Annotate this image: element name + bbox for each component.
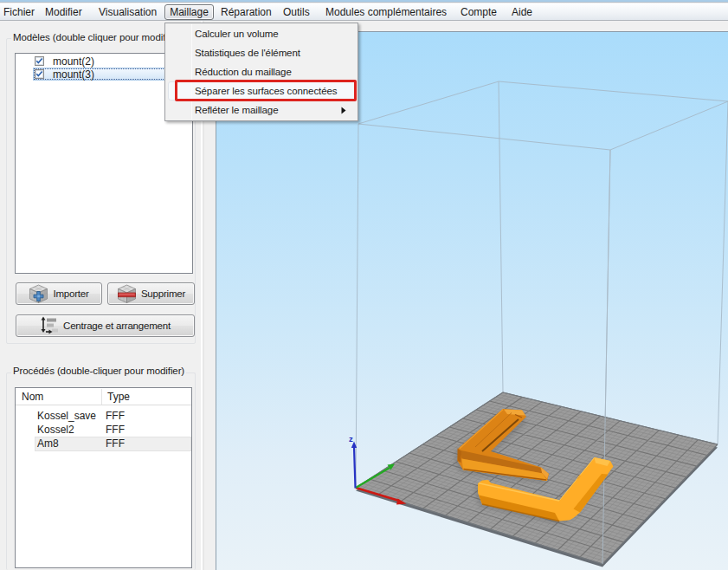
svg-text:z: z [349,434,353,444]
